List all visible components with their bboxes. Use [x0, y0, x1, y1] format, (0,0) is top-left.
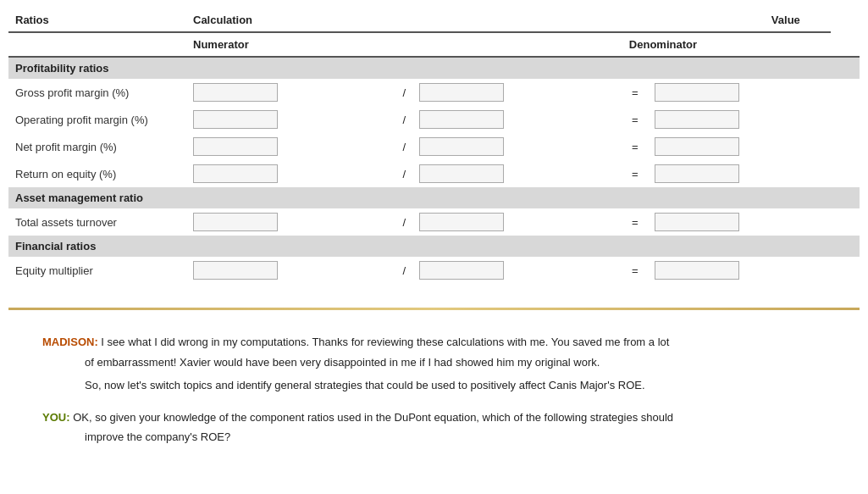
- value-cell-gross-profit-margin: [648, 79, 746, 106]
- denominator-cell-total-assets-turnover: [412, 208, 622, 236]
- row-label-total-assets-turnover: Total assets turnover: [8, 208, 186, 236]
- table-row-operating-profit-margin: Operating profit margin (%)/=: [8, 106, 860, 133]
- equals-net-profit-margin: =: [622, 133, 648, 160]
- numerator-cell-total-assets-turnover: [186, 208, 395, 236]
- numerator-input-return-on-equity[interactable]: [193, 164, 278, 183]
- ratios-table: Ratios Calculation Value Numerator Denom…: [8, 8, 860, 284]
- value-cell-total-assets-turnover: [648, 208, 746, 236]
- denominator-input-total-assets-turnover[interactable]: [419, 213, 504, 231]
- section-label-profitability: Profitability ratios: [8, 57, 860, 79]
- value-input-return-on-equity[interactable]: [655, 164, 739, 183]
- denominator-input-gross-profit-margin[interactable]: [419, 83, 504, 102]
- table-row-equity-multiplier: Equity multiplier/=: [8, 257, 860, 284]
- madison-label: MADISON:: [42, 336, 98, 348]
- row-label-equity-multiplier: Equity multiplier: [8, 257, 186, 284]
- numerator-input-total-assets-turnover[interactable]: [193, 213, 278, 231]
- chat-section: MADISON: I see what I did wrong in my co…: [0, 325, 868, 478]
- denominator-input-equity-multiplier[interactable]: [419, 261, 504, 280]
- numerator-cell-return-on-equity: [186, 160, 395, 187]
- numerator-input-gross-profit-margin[interactable]: [193, 83, 278, 102]
- numerator-cell-net-profit-margin: [186, 133, 395, 160]
- denominator-input-operating-profit-margin[interactable]: [419, 110, 504, 129]
- table-row-net-profit-margin: Net profit margin (%)/=: [8, 133, 860, 160]
- numerator-input-operating-profit-margin[interactable]: [193, 110, 278, 129]
- header-value: Value: [746, 8, 831, 32]
- you-line-1: YOU: OK, so given your knowledge of the …: [42, 409, 826, 426]
- section-divider: [8, 308, 860, 310]
- section-label-asset-management: Asset management ratio: [8, 187, 860, 208]
- equals-total-assets-turnover: =: [622, 208, 648, 236]
- denominator-cell-return-on-equity: [412, 160, 622, 187]
- value-cell-net-profit-margin: [648, 133, 746, 160]
- header-numerator: Numerator: [186, 32, 412, 57]
- madison-line-1: MADISON: I see what I did wrong in my co…: [42, 334, 826, 351]
- numerator-cell-gross-profit-margin: [186, 79, 395, 106]
- slash-operating-profit-margin: /: [395, 106, 412, 133]
- you-block: YOU: OK, so given your knowledge of the …: [42, 409, 826, 446]
- slash-return-on-equity: /: [395, 160, 412, 187]
- equals-gross-profit-margin: =: [622, 79, 648, 106]
- section-header-financial: Financial ratios: [8, 236, 860, 257]
- equals-equity-multiplier: =: [622, 257, 648, 284]
- you-text-2: improve the company's ROE?: [85, 430, 230, 443]
- row-label-net-profit-margin: Net profit margin (%): [8, 133, 186, 160]
- numerator-input-net-profit-margin[interactable]: [193, 137, 278, 156]
- value-input-operating-profit-margin[interactable]: [655, 110, 739, 129]
- madison-text-1: I see what I did wrong in my computation…: [101, 336, 669, 348]
- table-row-total-assets-turnover: Total assets turnover/=: [8, 208, 860, 236]
- value-input-equity-multiplier[interactable]: [655, 261, 739, 280]
- madison-text-3: So, now let's switch topics and identify…: [85, 379, 645, 391]
- row-label-return-on-equity: Return on equity (%): [8, 160, 186, 187]
- slash-total-assets-turnover: /: [395, 208, 412, 236]
- header-ratios-blank: [8, 32, 186, 57]
- value-cell-return-on-equity: [648, 160, 746, 187]
- you-line-2: improve the company's ROE?: [85, 429, 826, 446]
- value-input-total-assets-turnover[interactable]: [655, 213, 739, 231]
- denominator-cell-operating-profit-margin: [412, 106, 622, 133]
- madison-line-2: of embarrassment! Xavier would have been…: [85, 354, 826, 371]
- value-input-net-profit-margin[interactable]: [655, 137, 739, 156]
- slash-gross-profit-margin: /: [395, 79, 412, 106]
- section-header-profitability: Profitability ratios: [8, 57, 860, 79]
- madison-line-3: So, now let's switch topics and identify…: [85, 377, 826, 394]
- ratios-table-section: Ratios Calculation Value Numerator Denom…: [0, 0, 868, 292]
- denominator-input-net-profit-margin[interactable]: [419, 137, 504, 156]
- header-ratios: Ratios: [8, 8, 186, 32]
- madison-block: MADISON: I see what I did wrong in my co…: [42, 334, 826, 394]
- value-cell-operating-profit-margin: [648, 106, 746, 133]
- slash-net-profit-margin: /: [395, 133, 412, 160]
- denominator-cell-net-profit-margin: [412, 133, 622, 160]
- section-label-financial: Financial ratios: [8, 236, 860, 257]
- denominator-input-return-on-equity[interactable]: [419, 164, 504, 183]
- table-row-return-on-equity: Return on equity (%)/=: [8, 160, 860, 187]
- you-label: YOU:: [42, 411, 70, 424]
- madison-text-2: of embarrassment! Xavier would have been…: [85, 356, 600, 369]
- header-denominator: Denominator: [622, 32, 746, 57]
- row-label-operating-profit-margin: Operating profit margin (%): [8, 106, 186, 133]
- value-input-gross-profit-margin[interactable]: [655, 83, 739, 102]
- numerator-cell-equity-multiplier: [186, 257, 395, 284]
- you-text-1: OK, so given your knowledge of the compo…: [73, 411, 673, 424]
- denominator-cell-equity-multiplier: [412, 257, 622, 284]
- row-label-gross-profit-margin: Gross profit margin (%): [8, 79, 186, 106]
- numerator-cell-operating-profit-margin: [186, 106, 395, 133]
- slash-equity-multiplier: /: [395, 257, 412, 284]
- equals-operating-profit-margin: =: [622, 106, 648, 133]
- table-row-gross-profit-margin: Gross profit margin (%)/=: [8, 79, 860, 106]
- denominator-cell-gross-profit-margin: [412, 79, 622, 106]
- equals-return-on-equity: =: [622, 160, 648, 187]
- numerator-input-equity-multiplier[interactable]: [193, 261, 278, 280]
- value-cell-equity-multiplier: [648, 257, 746, 284]
- header-calculation: Calculation: [186, 8, 746, 32]
- section-header-asset-management: Asset management ratio: [8, 187, 860, 208]
